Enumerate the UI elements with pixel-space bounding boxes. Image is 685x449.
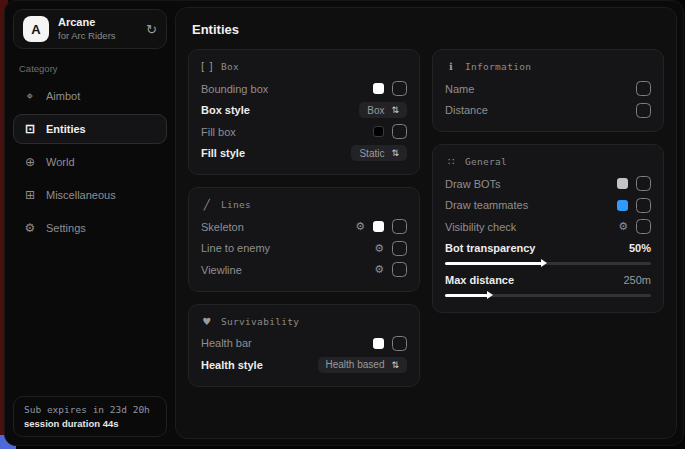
bounding-box-checkbox[interactable] (392, 81, 407, 96)
health-bar-checkbox[interactable] (392, 336, 407, 351)
dropdown-value: Health based (326, 359, 385, 370)
row-label: Fill box (201, 126, 236, 138)
sidebar-item-world[interactable]: ⊕World (13, 147, 167, 177)
row-viewline: Viewline⚙ (201, 259, 407, 281)
card-header: ╱Lines (201, 199, 407, 210)
row-label: Line to enemy (201, 242, 270, 254)
row-label: Health bar (201, 337, 252, 349)
brand-text: Arcane for Arc Riders (58, 16, 116, 42)
max-distance-value: 250m (623, 274, 651, 286)
subscription-card: Sub expires in 23d 20h session duration … (13, 396, 167, 437)
health-bar-color-swatch[interactable] (373, 338, 384, 349)
card-title: Survivability (221, 316, 299, 327)
row-fill-style: Fill styleStatic⇅ (201, 143, 407, 165)
name-checkbox[interactable] (636, 81, 651, 96)
sidebar-item-label: Miscellaneous (46, 189, 116, 201)
viewline-checkbox[interactable] (392, 262, 407, 277)
max-distance-slider[interactable] (445, 294, 651, 297)
skeleton-color-swatch[interactable] (373, 221, 384, 232)
sidebar-item-aimbot[interactable]: ⌖Aimbot (13, 81, 167, 111)
brand-card[interactable]: A Arcane for Arc Riders ↻ (13, 9, 167, 49)
row-draw-bots: Draw BOTs (445, 173, 651, 195)
line-icon: ╱ (201, 199, 213, 210)
brand-title: Arcane (58, 16, 116, 30)
card-general: ∷GeneralDraw BOTsDraw teammatesVisibilit… (432, 144, 664, 313)
card-title: Box (221, 61, 239, 72)
row-health-bar: Health bar (201, 333, 407, 355)
crosshair-icon: ⌖ (23, 89, 37, 103)
row-label: Name (445, 83, 474, 95)
sidebar-item-miscellaneous[interactable]: ⊞Miscellaneous (13, 180, 167, 210)
row-name: Name (445, 78, 651, 100)
draw-teammates-checkbox[interactable] (636, 198, 651, 213)
sidebar: A Arcane for Arc Riders ↻ Category ⌖Aimb… (5, 1, 175, 445)
row-controls (617, 198, 651, 213)
row-label: Visibility check (445, 221, 516, 233)
card-header: [ ]Box (201, 61, 407, 72)
sidebar-item-settings[interactable]: ⚙Settings (13, 213, 167, 243)
gear-icon[interactable]: ⚙ (355, 220, 365, 233)
fill-style-dropdown[interactable]: Static⇅ (351, 145, 407, 161)
draw-bots-checkbox[interactable] (636, 176, 651, 191)
row-label: Skeleton (201, 221, 244, 233)
skeleton-checkbox[interactable] (392, 219, 407, 234)
row-label: Draw BOTs (445, 178, 501, 190)
row-label: Bounding box (201, 83, 268, 95)
sidebar-item-label: Aimbot (46, 90, 80, 102)
scan-icon: ⊡ (23, 122, 37, 136)
main-panel: Entities [ ]BoxBounding boxBox styleBox⇅… (175, 7, 677, 439)
health-style-dropdown[interactable]: Health based⇅ (318, 357, 407, 373)
sidebar-spacer (13, 246, 167, 396)
row-label: Fill style (201, 147, 245, 159)
card-title: General (465, 156, 507, 167)
sync-icon[interactable]: ↻ (146, 22, 157, 37)
dots-icon: ∷ (445, 156, 457, 167)
row-label: Box style (201, 104, 250, 116)
sidebar-item-label: Settings (46, 222, 86, 234)
bot-transparency-slider[interactable] (445, 262, 651, 265)
row-bounding-box: Bounding box (201, 78, 407, 100)
row-skeleton: Skeleton⚙ (201, 216, 407, 238)
row-controls: Health based⇅ (318, 357, 407, 373)
row-visibility-check: Visibility check⚙ (445, 216, 651, 238)
session-duration-text: session duration 44s (24, 418, 156, 429)
row-controls (636, 81, 651, 96)
brackets-icon: [ ] (201, 61, 213, 72)
fill-box-checkbox[interactable] (392, 124, 407, 139)
gear-icon[interactable]: ⚙ (374, 242, 384, 255)
grid-icon: ⊞ (23, 188, 37, 202)
card-title: Information (465, 61, 531, 72)
row-controls: Static⇅ (351, 145, 407, 161)
line-to-enemy-checkbox[interactable] (392, 241, 407, 256)
row-label: Bot transparency (445, 242, 535, 254)
sidebar-item-entities[interactable]: ⊡Entities (13, 114, 167, 144)
draw-teammates-color-swatch[interactable] (617, 200, 628, 211)
box-style-dropdown[interactable]: Box⇅ (359, 102, 407, 118)
slider-fill (445, 294, 488, 297)
bounding-box-color-swatch[interactable] (373, 83, 384, 94)
visibility-check-checkbox[interactable] (636, 219, 651, 234)
row-label: Viewline (201, 264, 242, 276)
row-box-style: Box styleBox⇅ (201, 100, 407, 122)
row-draw-teammates: Draw teammates (445, 195, 651, 217)
card-header: ∷General (445, 156, 651, 167)
gear-icon: ⚙ (23, 221, 37, 235)
card-header: ♥Survivability (201, 316, 407, 327)
row-label: Draw teammates (445, 199, 528, 211)
sidebar-item-label: Entities (46, 123, 86, 135)
fill-box-color-swatch[interactable] (373, 126, 384, 137)
card-box: [ ]BoxBounding boxBox styleBox⇅Fill boxF… (188, 49, 420, 175)
row-bot-transparency: Bot transparency50% (445, 238, 651, 270)
draw-bots-color-swatch[interactable] (617, 178, 628, 189)
row-health-style: Health styleHealth based⇅ (201, 354, 407, 376)
gear-icon[interactable]: ⚙ (374, 263, 384, 276)
chevrons-up-down-icon: ⇅ (391, 148, 399, 158)
brand-subtitle: for Arc Riders (58, 30, 116, 42)
row-max-distance: Max distance250m (445, 270, 651, 302)
distance-checkbox[interactable] (636, 103, 651, 118)
gear-icon[interactable]: ⚙ (618, 220, 628, 233)
row-controls: ⚙ (374, 262, 407, 277)
chevrons-up-down-icon: ⇅ (391, 360, 399, 370)
card-survivability: ♥SurvivabilityHealth barHealth styleHeal… (188, 304, 420, 387)
brand-avatar: A (23, 16, 49, 42)
